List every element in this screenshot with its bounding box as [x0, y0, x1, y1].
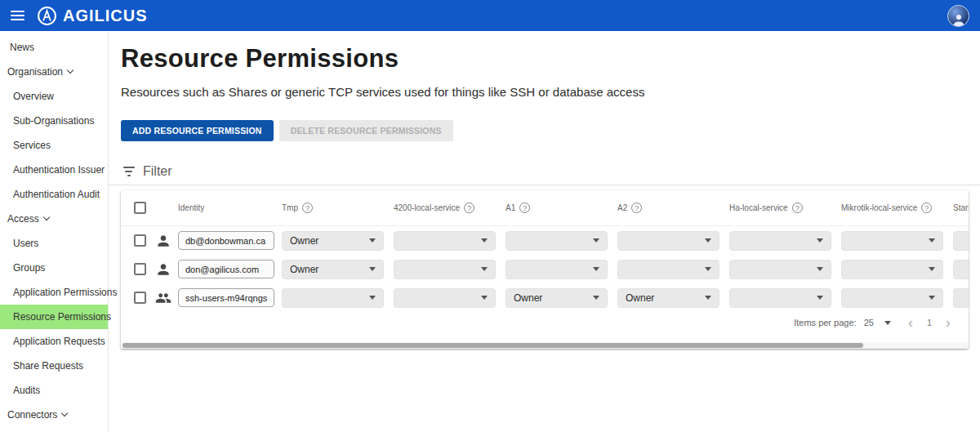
table-row: Owner [121, 226, 969, 255]
chevron-down-icon [481, 238, 488, 243]
sidebar-item-groups[interactable]: Groups [0, 256, 108, 280]
permission-select-starl[interactable] [953, 231, 969, 251]
help-icon[interactable]: ? [631, 203, 642, 213]
row-checkbox[interactable] [134, 234, 146, 247]
sidebar-item-application-permissions[interactable]: Application Permissions [0, 280, 108, 305]
sidebar-item-authentication-audit[interactable]: Authentication Audit [0, 182, 108, 207]
permission-select-mikrotik-local-service[interactable] [841, 288, 943, 308]
column-header-label: Ha-local-service [729, 203, 788, 212]
permission-select-4200-local-service[interactable] [394, 260, 496, 279]
sidebar-item-overview[interactable]: Overview [0, 84, 108, 109]
row-checkbox[interactable] [134, 263, 146, 275]
action-buttons: ADD RESOURCE PERMISSION DELETE RESOURCE … [121, 120, 980, 141]
identity-input[interactable] [178, 288, 274, 307]
chevron-down-icon [481, 267, 488, 271]
chevron-down-icon [929, 238, 935, 243]
permission-select-a1[interactable] [506, 231, 608, 251]
permission-select-ha-local-service[interactable] [729, 288, 831, 308]
sidebar-item-authentication-issuer[interactable]: Authentication Issuer [0, 158, 108, 182]
brand-title: AGILICUS [63, 7, 148, 25]
sidebar-item-news[interactable]: News [0, 35, 108, 60]
chevron-down-icon [42, 214, 49, 220]
sidebar-item-audits[interactable]: Audits [0, 378, 108, 403]
permission-select-tmp[interactable]: Owner [282, 231, 384, 251]
filter-toggle[interactable]: Filter [122, 164, 196, 179]
help-icon[interactable]: ? [792, 203, 803, 213]
sidebar-item-share-requests[interactable]: Share Requests [0, 354, 108, 378]
page-subtitle: Resources such as Shares or generic TCP … [121, 85, 980, 99]
horizontal-scrollbar[interactable] [121, 342, 969, 349]
permission-select-ha-local-service[interactable] [729, 231, 831, 251]
column-header-label: Mikrotik-local-service [841, 203, 917, 212]
next-page-button[interactable]: › [939, 317, 957, 328]
sidebar-item-label: Share Requests [13, 360, 83, 372]
sidebar-item-label: Connectors [7, 409, 57, 421]
sidebar-item-label: Groups [13, 262, 45, 274]
permission-select-a2[interactable]: Owner [617, 288, 719, 308]
scrollbar-thumb[interactable] [122, 343, 863, 348]
chevron-down-icon [929, 296, 935, 300]
column-header-label: A2 [617, 203, 627, 212]
agilicus-logo-icon [37, 6, 57, 26]
sidebar-item-label: Organisation [7, 66, 63, 78]
permission-select-mikrotik-local-service[interactable] [841, 231, 943, 251]
items-per-page-select[interactable]: 25 [864, 318, 894, 327]
help-icon[interactable]: ? [519, 203, 530, 213]
column-header-4200-local-service: 4200-local-service? [394, 203, 506, 213]
identity-input[interactable] [178, 231, 274, 250]
resource-permissions-table: IdentityTmp?4200-local-service?A1?A2?Ha-… [121, 190, 969, 349]
add-resource-permission-button[interactable]: ADD RESOURCE PERMISSION [121, 120, 274, 141]
sidebar-item-access[interactable]: Access [0, 207, 108, 231]
group-icon [155, 290, 178, 306]
selected-value: Owner [626, 292, 654, 304]
menu-icon[interactable] [11, 11, 24, 20]
help-icon[interactable]: ? [302, 203, 313, 213]
sidebar-item-connectors[interactable]: Connectors [0, 403, 108, 427]
chevron-down-icon [61, 410, 68, 416]
permission-select-starl[interactable] [953, 288, 969, 308]
sidebar-item-sub-organisations[interactable]: Sub-Organisations [0, 109, 108, 133]
column-header-label: Tmp [282, 203, 298, 212]
sidebar-item-users[interactable]: Users [0, 231, 108, 256]
column-header-label: 4200-local-service [394, 203, 460, 212]
permission-select-tmp[interactable]: Owner [282, 260, 384, 279]
permission-select-ha-local-service[interactable] [729, 260, 831, 279]
column-header-label: A1 [506, 203, 515, 212]
permission-select-a1[interactable] [506, 260, 608, 279]
permission-select-a1[interactable]: Owner [506, 288, 608, 308]
sidebar-item-services[interactable]: Services [0, 133, 108, 158]
user-avatar[interactable] [947, 5, 969, 27]
sidebar-item-label: Application Permissions [13, 287, 117, 298]
permission-select-a2[interactable] [617, 231, 719, 251]
delete-resource-permissions-button[interactable]: DELETE RESOURCE PERMISSIONS [279, 120, 453, 141]
help-icon[interactable]: ? [921, 203, 932, 213]
permission-select-starl[interactable] [953, 260, 969, 279]
person-icon [155, 233, 178, 249]
topbar: AGILICUS [0, 0, 980, 31]
help-icon[interactable]: ? [464, 203, 474, 213]
main-content: Resource Permissions Resources such as S… [109, 31, 980, 432]
select-all-checkbox[interactable] [134, 202, 146, 214]
paginator: Items per page: 25 ‹ 1 › [794, 317, 957, 328]
sidebar-item-organisation[interactable]: Organisation [0, 60, 108, 84]
filter-divider [109, 185, 980, 185]
permission-select-mikrotik-local-service[interactable] [841, 260, 943, 279]
sidebar-item-resource-permissions[interactable]: Resource Permissions [0, 305, 108, 329]
permission-select-4200-local-service[interactable] [394, 288, 496, 308]
sidebar-item-label: Audits [13, 385, 40, 396]
chevron-down-icon [369, 238, 376, 243]
column-header-ha-local-service: Ha-local-service? [729, 203, 841, 213]
chevron-down-icon [705, 296, 711, 300]
row-checkbox[interactable] [134, 292, 146, 304]
permission-select-a2[interactable] [617, 260, 719, 279]
table-row: OwnerOwner [121, 283, 969, 312]
items-per-page-label: Items per page: [794, 318, 856, 327]
permission-select-4200-local-service[interactable] [394, 231, 496, 251]
identity-input[interactable] [178, 260, 274, 278]
permission-select-tmp[interactable] [282, 288, 384, 308]
previous-page-button[interactable]: ‹ [902, 317, 920, 328]
sidebar-item-application-requests[interactable]: Application Requests [0, 329, 108, 354]
chevron-down-icon [817, 238, 823, 243]
table-row: Owner [121, 255, 969, 283]
chevron-down-icon [369, 267, 376, 271]
